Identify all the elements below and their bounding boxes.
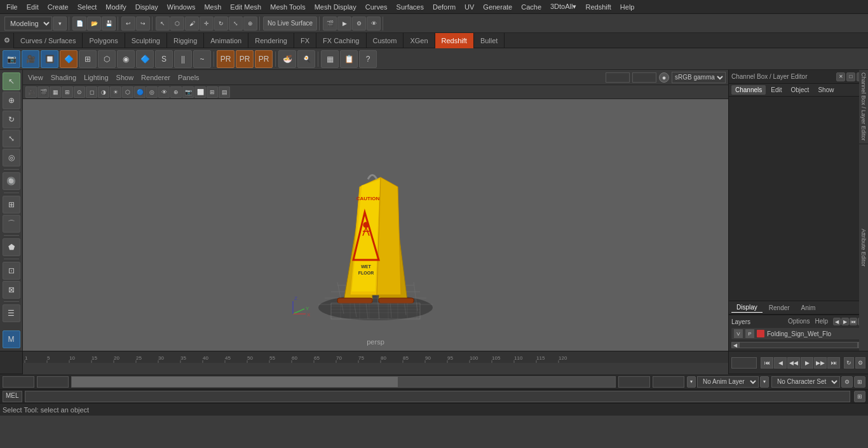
viewport[interactable]: View Shading Lighting Show Renderer Pane… [23,70,728,351]
script-input-field[interactable] [25,391,850,402]
menu-help[interactable]: Help [616,2,639,12]
tab-animation[interactable]: Animation [204,33,248,48]
char-set-select[interactable]: No Character Set [771,376,840,388]
channel-box-side-tab[interactable]: Channel Box / Layer Editor [859,70,868,144]
menu-redshift[interactable]: Redshift [581,2,614,12]
timeline-range-bar[interactable] [71,376,616,388]
render-btn[interactable]: 🎬 [323,17,337,31]
tb2-btn-16[interactable]: ▦ [321,50,339,68]
vp-menu-renderer[interactable]: Renderer [139,72,173,83]
select-tool-btn[interactable]: ↖ [156,17,170,31]
tab-redshift[interactable]: Redshift [435,33,474,48]
universal-tool-btn[interactable]: ⊕ [243,17,257,31]
color-swatch[interactable]: ● [659,72,669,83]
start-frame-input[interactable]: 1 [3,376,34,388]
layer-color-swatch[interactable] [757,330,764,337]
tb2-btn-4[interactable]: ⊞ [79,50,97,68]
tab-fx-caching[interactable]: FX Caching [316,33,366,48]
tab-custom[interactable]: Custom [367,33,404,48]
channel-box-maximize[interactable]: □ [846,72,855,81]
menu-deform[interactable]: Deform [429,2,459,12]
rp-sub-anim[interactable]: Anim [796,303,821,313]
vt-btn-camera2[interactable]: 📷 [182,86,194,98]
layer-nav-first[interactable]: ⏮ [850,318,857,325]
gamma-selector[interactable]: sRGB gamma [672,72,726,83]
timeline-range-thumb[interactable] [72,377,398,387]
hud-btn[interactable]: ⊠ [3,281,20,299]
pb-go-end[interactable]: ⏭ [827,357,840,369]
script-type-selector[interactable]: MEL [3,391,22,402]
end-frame-input[interactable]: 120 [37,376,69,388]
pb-play-fwd[interactable]: ▶ [801,357,813,369]
timeline-track[interactable] [23,363,728,374]
vt-btn-isolate[interactable]: ⊕ [170,86,182,98]
menu-file[interactable]: File [3,2,22,12]
attribute-editor-side-tab[interactable]: Attribute Editor [859,144,868,351]
universal-tool-lt[interactable]: ◎ [3,149,20,166]
layers-help[interactable]: Help [815,318,828,325]
scale-input[interactable]: 1.00 [632,72,656,83]
vt-btn-wire[interactable]: ⬡ [122,86,133,98]
tab-fx[interactable]: FX [294,33,316,48]
tb2-btn-10[interactable]: ~ [193,50,211,68]
grid-display-btn[interactable]: ⊡ [3,262,20,280]
menu-edit-mesh[interactable]: Edit Mesh [226,2,265,12]
tb2-btn-8[interactable]: S [155,50,173,68]
vt-btn-frame[interactable]: ⬜ [194,86,206,98]
tb2-btn-11[interactable]: PR [217,50,234,68]
tb2-btn-17[interactable]: 📋 [340,50,358,68]
layer-v-btn[interactable]: V [734,329,743,338]
snap-curve-btn[interactable]: ⌒ [3,215,20,233]
tb2-btn-14[interactable]: 🍜 [278,50,296,68]
tab-sculpting[interactable]: Sculpting [125,33,167,48]
cb-tab-show[interactable]: Show [814,85,837,95]
vt-btn-film[interactable]: 🎬 [37,86,49,98]
layer-p-btn[interactable]: P [745,329,754,338]
tab-rigging[interactable]: Rigging [167,33,204,48]
pb-play-back[interactable]: ◀◀ [787,357,800,369]
workspace-selector[interactable]: Modeling [4,17,52,31]
vt-btn-more[interactable]: ⊞ [207,86,218,98]
scroll-left-arrow[interactable]: ◀ [731,342,739,348]
tb2-btn-7[interactable]: 🔷 [136,50,154,68]
tb2-btn-3[interactable]: 🔷 [60,50,78,68]
render-view-btn[interactable]: 👁 [367,17,381,31]
move-tool-btn[interactable]: ✛ [200,17,214,31]
current-time-input[interactable]: 1 [731,357,757,369]
horizontal-scrollbar[interactable] [739,342,858,348]
cb-tab-edit[interactable]: Edit [767,85,785,95]
vt-btn-light[interactable]: ☀ [110,86,121,98]
tab-polygons[interactable]: Polygons [83,33,125,48]
tb2-btn-0[interactable]: 📷 [3,50,20,68]
menu-generate[interactable]: Generate [479,2,516,12]
vp-menu-view[interactable]: View [25,72,46,83]
menu-uv[interactable]: UV [461,2,478,12]
vt-btn-show[interactable]: 👁 [158,86,170,98]
menu-edit[interactable]: Edit [23,2,43,12]
snap-grid-btn[interactable]: ⊞ [3,196,20,214]
viewport-canvas[interactable]: CAUTION WET FLOOR [23,99,728,351]
pb-settings-btn[interactable]: ⚙ [855,357,865,369]
move-tool-lt[interactable]: ⊕ [3,92,20,109]
anim-layer-arrow2[interactable]: ▾ [760,376,769,388]
redo-btn[interactable]: ↪ [136,17,150,31]
tb2-btn-13[interactable]: PR [255,50,273,68]
tb2-btn-2[interactable]: 🔲 [41,50,58,68]
tab-curves-surfaces[interactable]: Curves / Surfaces [14,33,83,48]
cb-tab-object[interactable]: Object [787,85,813,95]
lasso-tool-btn[interactable]: ⬡ [170,17,184,31]
tb2-btn-12[interactable]: PR [236,50,254,68]
layer-nav-left[interactable]: ◀ [833,318,841,325]
save-scene-btn[interactable]: 💾 [102,17,116,31]
rotate-tool-btn[interactable]: ↻ [214,17,228,31]
new-scene-btn[interactable]: 📄 [72,17,86,31]
vt-btn-camera[interactable]: 🎥 [25,86,37,98]
range-end-input[interactable]: 200 [653,376,684,388]
layers-options[interactable]: Options [788,318,810,325]
menu-surfaces[interactable]: Surfaces [393,2,428,12]
layer-nav-right[interactable]: ▶ [841,318,849,325]
vp-menu-panels[interactable]: Panels [175,72,202,83]
tab-xgen[interactable]: XGen [403,33,435,48]
workspace-arrow[interactable]: ▾ [53,17,67,31]
rotation-input[interactable]: 0.00 [606,72,630,83]
